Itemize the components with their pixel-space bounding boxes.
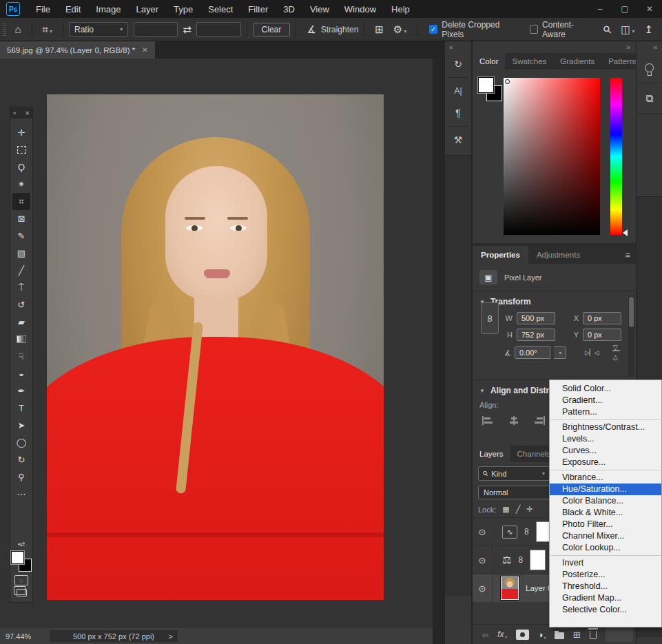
- close-button[interactable]: ✕: [637, 0, 662, 18]
- expand-panel-icon[interactable]: »: [13, 110, 16, 116]
- object-selection-tool[interactable]: ✶: [12, 176, 30, 193]
- menu-item-invert[interactable]: Invert: [550, 557, 661, 569]
- menu-item-levels[interactable]: Levels...: [550, 433, 661, 445]
- crop-tool-icon[interactable]: ⌗▾: [38, 23, 57, 36]
- menu-item-gradient-map[interactable]: Gradient Map...: [550, 592, 661, 604]
- character-panel-icon[interactable]: A|: [445, 80, 471, 102]
- type-tool[interactable]: T: [12, 399, 30, 417]
- document-image[interactable]: [47, 94, 384, 600]
- lock-pixels-icon[interactable]: ╱: [516, 505, 521, 514]
- menu-item-selective-color[interactable]: Selective Color...: [550, 604, 661, 616]
- hue-slider-marker[interactable]: [623, 229, 628, 236]
- menu-item-channel-mixer[interactable]: Channel Mixer...: [550, 530, 661, 542]
- layer-mask-thumbnail[interactable]: [530, 550, 546, 570]
- crop-width-input[interactable]: [134, 22, 178, 37]
- content-aware-checkbox[interactable]: [530, 25, 538, 34]
- width-input[interactable]: 500 px: [517, 312, 555, 324]
- tab-layers[interactable]: Layers: [473, 446, 510, 462]
- hand-tool[interactable]: ↻: [12, 451, 30, 468]
- search-icon[interactable]: ⚲: [599, 23, 616, 36]
- menu-type[interactable]: Type: [166, 4, 200, 14]
- content-aware-option[interactable]: Content-Aware: [530, 20, 592, 39]
- menu-item-photo-filter[interactable]: Photo Filter...: [550, 519, 661, 530]
- tab-swatches[interactable]: Swatches: [505, 53, 553, 70]
- menu-3d[interactable]: 3D: [276, 4, 302, 14]
- history-brush-tool[interactable]: ↺: [12, 296, 30, 313]
- add-layer-mask-icon[interactable]: [516, 630, 529, 640]
- tab-gradients[interactable]: Gradients: [553, 53, 601, 70]
- home-icon[interactable]: ⌂: [10, 23, 26, 35]
- move-tool[interactable]: ✛: [12, 124, 30, 141]
- link-dimensions-button[interactable]: 8: [481, 302, 499, 334]
- ellipse-tool[interactable]: ◯: [12, 434, 30, 451]
- link-layers-icon[interactable]: ∞: [482, 630, 488, 640]
- smudge-tool[interactable]: ☟: [12, 348, 30, 365]
- menu-file[interactable]: File: [28, 4, 58, 14]
- menu-item-threshold[interactable]: Threshold...: [550, 581, 661, 592]
- menu-item-gradient[interactable]: Gradient...: [550, 395, 661, 406]
- menu-image[interactable]: Image: [88, 4, 128, 14]
- scrollbar-thumb[interactable]: [629, 297, 634, 327]
- discover-lightbulb-icon[interactable]: [637, 53, 662, 83]
- eyedropper-tool[interactable]: ✎: [12, 227, 30, 245]
- frame-tool[interactable]: ⊠: [12, 210, 30, 227]
- height-input[interactable]: 752 px: [517, 329, 555, 341]
- menu-select[interactable]: Select: [200, 4, 240, 14]
- brush-tool[interactable]: ╱: [12, 262, 30, 279]
- pen-tool[interactable]: ✒: [12, 382, 30, 399]
- gradient-tool[interactable]: [12, 331, 30, 348]
- delete-layer-trash-icon[interactable]: [590, 631, 597, 639]
- hue-slider[interactable]: [610, 78, 622, 235]
- menu-item-exposure[interactable]: Exposure...: [550, 457, 661, 468]
- edit-toolbar[interactable]: ⋯: [12, 486, 30, 503]
- collapse-arrows[interactable]: »: [473, 41, 636, 53]
- new-adjustment-layer-icon[interactable]: ◑▾: [538, 630, 546, 640]
- lasso-tool[interactable]: Ϙ: [12, 158, 30, 176]
- y-input[interactable]: 0 px: [583, 329, 621, 341]
- menu-item-hue-saturation[interactable]: Hue/Saturation...: [550, 484, 661, 495]
- share-icon[interactable]: ↥: [639, 23, 658, 36]
- document-info[interactable]: 500 px x 752 px (72 ppi) >: [50, 630, 178, 642]
- menu-item-curves[interactable]: Curves...: [550, 445, 661, 457]
- crop-tool[interactable]: ⌗: [12, 193, 30, 210]
- flip-vertical-icon[interactable]: ▷▏◁: [612, 346, 619, 360]
- flip-horizontal-icon[interactable]: ▷▏◁: [585, 349, 599, 356]
- clone-stamp-tool[interactable]: ⍑: [12, 279, 30, 296]
- lock-position-icon[interactable]: ✛: [526, 505, 532, 514]
- menu-filter[interactable]: Filter: [240, 4, 276, 14]
- foreground-color-swatch[interactable]: [478, 77, 494, 93]
- new-layer-icon[interactable]: ⊞: [573, 630, 581, 640]
- dodge-tool[interactable]: ◒: [12, 365, 30, 382]
- align-horizontal-centers-icon[interactable]: [508, 416, 519, 425]
- collapse-arrows[interactable]: «: [637, 41, 662, 53]
- color-picker-marker[interactable]: [505, 79, 510, 84]
- foreground-color-swatch[interactable]: [11, 551, 24, 564]
- tab-color[interactable]: Color: [473, 53, 505, 70]
- saturation-brightness-picker[interactable]: [504, 78, 600, 235]
- menu-item-solid-color[interactable]: Solid Color...: [550, 383, 661, 395]
- menu-item-pattern[interactable]: Pattern...: [550, 406, 661, 418]
- angle-input[interactable]: 0.00°: [515, 346, 550, 359]
- maximize-button[interactable]: ▢: [612, 0, 637, 18]
- visibility-eye-icon[interactable]: ⊙: [473, 546, 493, 574]
- panel-menu-icon[interactable]: ≡: [625, 250, 636, 260]
- ratio-select[interactable]: Ratio ▾: [69, 22, 128, 37]
- crop-settings-gear-icon[interactable]: ⚙▾: [389, 23, 411, 36]
- overlay-grid-icon[interactable]: ⊞: [370, 23, 389, 36]
- eraser-tool[interactable]: ▰: [12, 313, 30, 331]
- paragraph-panel-icon[interactable]: ¶: [445, 102, 471, 124]
- close-icon[interactable]: ✕: [25, 110, 30, 116]
- tab-adjustments[interactable]: Adjustments: [528, 246, 588, 264]
- visibility-eye-icon[interactable]: ⊙: [473, 518, 493, 546]
- align-left-edges-icon[interactable]: [482, 416, 494, 425]
- tab-close-icon[interactable]: ✕: [142, 46, 147, 54]
- straighten-icon[interactable]: ∡: [302, 23, 320, 36]
- menu-item-vibrance[interactable]: Vibrance...: [550, 472, 661, 484]
- clear-button[interactable]: Clear: [253, 23, 291, 37]
- menu-window[interactable]: Window: [337, 4, 384, 14]
- align-right-edges-icon[interactable]: [533, 416, 545, 425]
- zoom-tool[interactable]: ⚲: [12, 468, 30, 486]
- canvas-area[interactable]: » ✕ ✛Ϙ✶⌗⊠✎▧╱⍑↺▰☟◒✒T➤◯↻⚲⋯ ▪⇄ ◌: [0, 59, 433, 628]
- path-selection-tool[interactable]: ➤: [12, 417, 30, 434]
- menu-item-color-balance[interactable]: Color Balance...: [550, 495, 661, 507]
